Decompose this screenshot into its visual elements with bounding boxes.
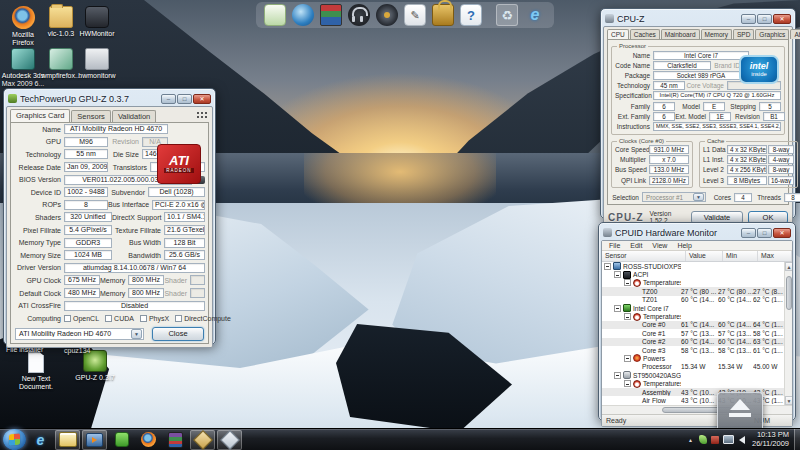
vertical-scrollbar[interactable]: ▲ ▼ [784, 262, 792, 405]
desktop-icon-hwmonitorw[interactable]: hwmonitorw [75, 48, 119, 80]
scroll-down-arrow[interactable]: ▼ [785, 396, 792, 405]
cpuz-minimize-button[interactable]: – [741, 14, 756, 24]
gpuz-graphics-card-panel: ATI RADEON NameATI Mobility Radeon HD 46… [10, 122, 209, 344]
taskbar-winrar-icon[interactable] [163, 430, 188, 450]
intel-inside-badge: intel inside [739, 55, 779, 84]
cpuz-body: CPUCachesMainboardMemorySPDGraphicsAbout… [603, 26, 793, 228]
cpuz-codename-value: Clarksfield [653, 61, 711, 70]
horizontal-scrollbar[interactable] [602, 405, 792, 414]
scroll-up-arrow[interactable]: ▲ [785, 262, 792, 271]
tree-expander[interactable] [624, 279, 631, 286]
tray-volume-icon[interactable] [739, 436, 745, 444]
computing-checkbox[interactable] [105, 315, 112, 322]
taskbar-windows-media-player-icon[interactable] [82, 430, 107, 450]
taskbar-clock[interactable]: 10:13 PM 26/11/2009 [752, 431, 789, 448]
cpuz-tab-caches[interactable]: Caches [630, 29, 660, 39]
computing-checkbox[interactable] [175, 315, 182, 322]
tree-expander[interactable] [624, 355, 631, 362]
sensor-row[interactable]: Temperatures [602, 279, 784, 287]
sensor-row[interactable]: Processor 15.34 W 15.34 W 45.00 W [602, 363, 784, 371]
cpuz-tab-about[interactable]: About [790, 29, 800, 39]
taskbar-internet-explorer-icon[interactable]: e [28, 430, 53, 450]
taskbar-cpuz-icon[interactable] [217, 430, 242, 450]
gpuz-technology-value: 55 nm [64, 149, 108, 159]
tree-expander[interactable] [624, 380, 631, 387]
tree-expander[interactable] [604, 263, 611, 270]
desktop-icon-gpuz[interactable]: GPU-Z 0.3.7 [73, 350, 117, 382]
sensor-row[interactable]: Intel Core i7 [602, 304, 784, 312]
sensor-row[interactable]: TZ01 60 °C (14... 60 °C (14... 62 °C (1.… [602, 296, 784, 304]
desktop-icon-hwmonitor[interactable]: HWMonitor [75, 6, 119, 38]
gpuz-tab-graphics-card[interactable]: Graphics Card [10, 109, 70, 122]
computing-checkbox[interactable] [140, 315, 147, 322]
gpuz-close-window-button[interactable]: ✕ [193, 94, 211, 104]
sensor-type-icon [613, 262, 621, 270]
cpuz-cache-assoc-value: 8-way [768, 165, 794, 174]
sensor-row[interactable]: Temperatures [602, 379, 784, 387]
taskbar-installer-window-icon[interactable] [55, 430, 80, 450]
gpuz-menu-dots-icon[interactable] [196, 111, 207, 118]
cpuz-ext-model-value: 1E [709, 112, 731, 121]
vertical-scroll-thumb[interactable] [786, 276, 792, 310]
tree-expander[interactable] [614, 372, 621, 379]
gpuz-minimize-button[interactable]: – [161, 94, 176, 104]
sensor-row[interactable]: ST9500420ASG [602, 371, 784, 379]
sensor-row[interactable]: Core #0 61 °C (14... 60 °C (14... 64 °C … [602, 321, 784, 329]
gpuz-tab-validation[interactable]: Validation [112, 110, 156, 122]
hwm-menu-edit[interactable]: Edit [625, 241, 647, 250]
hwm-menu-view[interactable]: View [647, 241, 672, 250]
desktop-icon-new-text-document[interactable]: New Text Document. [14, 352, 58, 391]
gpuz-pixel-fillrate-value: 5.4 GPixel/s [64, 225, 112, 235]
cpuz-selector-arrow-icon: ▼ [693, 193, 704, 201]
gpuz-titlebar[interactable]: TechPowerUp GPU-Z 0.3.7 – □ ✕ [6, 91, 213, 106]
cpuz-tab-graphics[interactable]: Graphics [755, 29, 789, 39]
hwm-menu-help[interactable]: Help [672, 241, 696, 250]
gpuz-body: Graphics CardSensorsValidation ATI RADEO… [6, 106, 213, 348]
cpuz-maximize-button[interactable]: □ [757, 14, 772, 24]
tree-expander[interactable] [614, 305, 621, 312]
gpuz-texture-fillrate-value: 21.6 GTexel/s [164, 225, 205, 235]
cpuz-titlebar[interactable]: CPU-Z – □ ✕ [603, 11, 793, 26]
tree-expander[interactable] [614, 271, 621, 278]
hwmonitor-titlebar[interactable]: CPUID Hardware Monitor – □ ✕ [601, 225, 793, 240]
hwmonitor-minimize-button[interactable]: – [741, 228, 756, 238]
gpuz-close-button[interactable]: Close [152, 327, 204, 341]
computing-checkbox[interactable] [64, 315, 71, 322]
gpuz-card-selector[interactable]: ATI Mobility Radeon HD 4670 ▼ [15, 328, 144, 340]
taskbar-firefox-icon[interactable] [136, 430, 161, 450]
sensor-row[interactable]: ACPI [602, 270, 784, 278]
sensor-min: 15.34 W [718, 363, 753, 370]
tree-expander[interactable] [624, 313, 631, 320]
tray-network-icon[interactable] [723, 435, 734, 444]
sensor-row[interactable]: Core #3 58 °C (13... 58 °C (13... 61 °C … [602, 346, 784, 354]
sensor-row[interactable]: Core #2 60 °C (14... 60 °C (14... 63 °C … [602, 338, 784, 346]
gpuz-maximize-button[interactable]: □ [177, 94, 192, 104]
tray-show-hidden-icons-button[interactable]: ▲ [688, 437, 693, 443]
desktop-label-cpuz134[interactable]: cpuz134 [64, 347, 90, 354]
sensor-row[interactable]: Core #1 57 °C (13... 57 °C (13... 58 °C … [602, 329, 784, 337]
sensor-row[interactable]: ROSS-STUDIOXPS [602, 262, 784, 270]
sensor-row[interactable]: Powers [602, 354, 784, 362]
cpuz-processor-selector[interactable]: Processor #1▼ [642, 192, 706, 202]
start-button[interactable] [3, 429, 26, 450]
cpuz-tab-spd[interactable]: SPD [733, 29, 754, 39]
tray-eco-icon[interactable] [699, 435, 707, 444]
cpuz-cache-size-value: 4 x 32 KBytes [727, 145, 767, 154]
cpuz-tab-memory[interactable]: Memory [701, 29, 732, 39]
sensor-row[interactable]: Temperatures [602, 312, 784, 320]
cpuz-close-window-button[interactable]: ✕ [773, 14, 791, 24]
taskbar-hwmonitor-icon[interactable] [190, 430, 215, 450]
hwmonitor-close-window-button[interactable]: ✕ [773, 228, 791, 238]
tray-hwmonitor-icon[interactable] [711, 436, 719, 444]
cpuz-tab-mainboard[interactable]: Mainboard [661, 29, 700, 39]
hwmonitor-maximize-button[interactable]: □ [757, 228, 772, 238]
cpuz-tab-cpu[interactable]: CPU [607, 29, 629, 39]
gpuz-tab-sensors[interactable]: Sensors [71, 110, 111, 122]
sensor-row[interactable]: TZ00 27 °C (80 ... 27 °C (80 ... 27 °C (… [602, 287, 784, 295]
sensor-min: 57 °C (13... [718, 330, 753, 337]
sensor-max: 63 °C (1... [753, 338, 784, 345]
taskbar-messenger-icon[interactable] [109, 430, 134, 450]
show-desktop-button[interactable] [794, 429, 800, 450]
show-hidden-icons-flyout[interactable] [717, 392, 763, 433]
hwm-menu-file[interactable]: File [604, 241, 625, 250]
